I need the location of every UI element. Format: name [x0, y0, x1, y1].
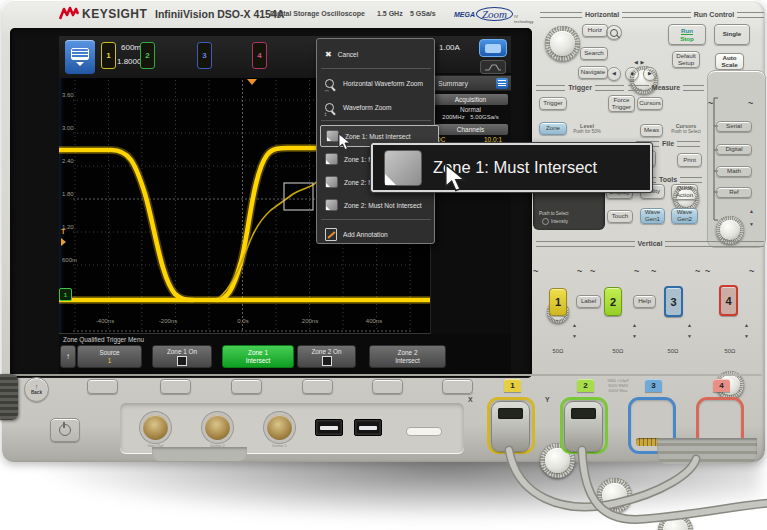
mouse-cursor-small-icon	[338, 133, 351, 151]
oscilloscope-screenshot: KEYSIGHT InfiniiVision DSO-X 4154A Digit…	[0, 0, 767, 530]
probe-cables	[2, 0, 767, 530]
zone1-tooltip: Zone 1: Must Intersect	[371, 143, 652, 192]
mouse-cursor-large-icon	[444, 163, 466, 193]
zone-icon	[384, 150, 422, 186]
instrument-body: KEYSIGHT InfiniiVision DSO-X 4154A Digit…	[2, 0, 765, 462]
